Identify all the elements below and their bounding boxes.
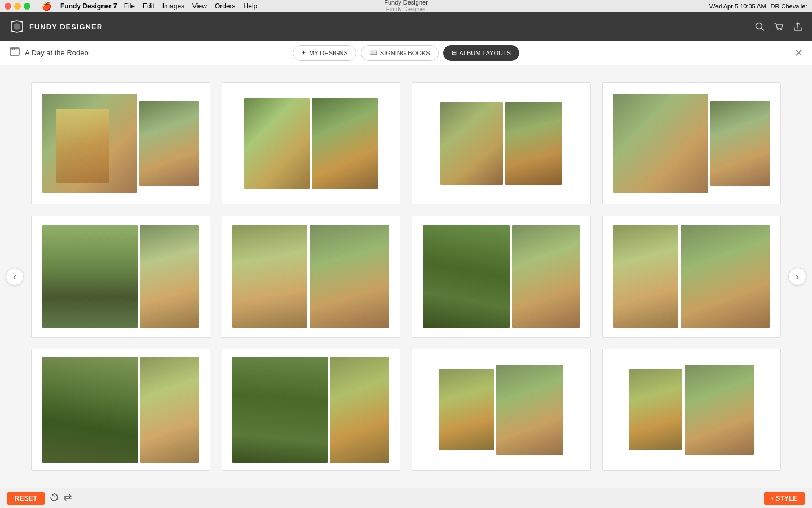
photo-right — [681, 225, 770, 328]
photo-right — [685, 365, 753, 456]
layout-inner — [629, 365, 754, 456]
menu-file[interactable]: File — [124, 2, 135, 10]
app-name: FUNDY DESIGNER — [29, 23, 103, 31]
style-label: STYLE — [775, 494, 797, 502]
photo-right — [710, 101, 770, 185]
layout-inner — [232, 357, 389, 463]
search-icon — [754, 21, 765, 32]
close-project-btn[interactable]: ✕ — [795, 47, 803, 59]
layout-card-r2c4[interactable] — [602, 216, 782, 338]
app-logo: FUNDY DESIGNER — [9, 19, 103, 34]
svg-point-2 — [777, 29, 778, 30]
layout-card-r1c1[interactable] — [31, 82, 210, 204]
rotate-icon — [50, 493, 59, 502]
photo-left — [244, 98, 310, 189]
menubar-center: Fundy Designer Fundy Designer — [384, 0, 428, 13]
bottom-bar: RESET ‹ STYLE — [0, 488, 812, 508]
photo-right — [139, 101, 198, 185]
next-page-btn[interactable]: › — [788, 268, 806, 286]
main-content: ‹ — [0, 65, 812, 488]
app-toolbar: FUNDY DESIGNER — [0, 12, 812, 41]
maximize-button[interactable] — [24, 3, 30, 10]
layout-card-r3c2[interactable] — [222, 349, 401, 471]
signing-books-btn[interactable]: 📖 SIGNING BOOKS — [361, 45, 439, 61]
toolbar-right — [754, 21, 803, 32]
layout-card-r1c2[interactable] — [222, 82, 401, 204]
minimize-button[interactable] — [14, 3, 21, 10]
layout-card-r3c1[interactable] — [31, 349, 210, 471]
photo-left — [440, 102, 502, 185]
menu-edit[interactable]: Edit — [143, 2, 155, 10]
swap-icon — [63, 493, 72, 502]
menubar: 🍎 Fundy Designer 7 File Edit Images View… — [0, 0, 812, 12]
menu-view[interactable]: View — [192, 2, 207, 10]
layout-card-r1c3[interactable] — [412, 82, 591, 204]
photo-right — [512, 225, 579, 328]
close-button[interactable] — [5, 3, 11, 10]
app-logo-icon — [9, 19, 25, 34]
swap-icon-btn[interactable] — [63, 493, 72, 503]
menu-orders[interactable]: Orders — [215, 2, 236, 10]
layout-card-r2c3[interactable] — [412, 216, 591, 338]
project-bar: A Day at the Rodeo ✦ MY DESIGNS 📖 SIGNIN… — [0, 41, 812, 65]
layout-card-r3c4[interactable] — [602, 349, 782, 471]
album-icon — [9, 46, 20, 57]
layout-card-r1c4[interactable] — [602, 82, 782, 204]
layout-inner — [232, 225, 389, 328]
photo-right — [330, 357, 389, 463]
export-icon — [793, 21, 803, 32]
style-arrow-left: ‹ — [771, 495, 773, 501]
menubar-items: File Edit Images View Orders Help — [124, 2, 258, 10]
my-designs-btn[interactable]: ✦ MY DESIGNS — [293, 45, 356, 61]
project-name: A Day at the Rodeo — [25, 49, 89, 57]
left-arrow-icon: ‹ — [13, 271, 16, 283]
window-subtitle: Fundy Designer — [386, 6, 426, 13]
photo-right — [140, 357, 198, 463]
prev-page-btn[interactable]: ‹ — [6, 268, 24, 286]
photo-left — [613, 94, 708, 192]
svg-line-1 — [761, 28, 764, 30]
signing-books-icon: 📖 — [369, 49, 377, 56]
signing-books-label: SIGNING BOOKS — [380, 50, 430, 56]
layout-inner — [439, 365, 563, 456]
photo-left — [232, 225, 307, 328]
album-layouts-icon: ⊞ — [452, 49, 457, 56]
photo-right — [312, 98, 377, 189]
menubar-left: 🍎 Fundy Designer 7 File Edit Images View… — [5, 2, 257, 11]
menubar-right: Wed Apr 5 10:35 AM DR Chevalier — [709, 3, 807, 10]
cart-icon-btn[interactable] — [774, 21, 784, 32]
apple-menu[interactable]: 🍎 — [42, 2, 51, 11]
rotate-icon-btn[interactable] — [50, 493, 59, 503]
menubar-time: Wed Apr 5 10:35 AM — [709, 3, 766, 10]
photo-left — [42, 94, 137, 192]
photo-right — [505, 102, 562, 185]
photo-right — [310, 225, 389, 328]
nav-buttons: ✦ MY DESIGNS 📖 SIGNING BOOKS ⊞ ALBUM LAY… — [293, 45, 519, 61]
menu-images[interactable]: Images — [162, 2, 184, 10]
reset-btn[interactable]: RESET — [7, 492, 45, 505]
app-menu-name[interactable]: Fundy Designer 7 — [60, 2, 117, 10]
search-icon-btn[interactable] — [754, 21, 765, 32]
layout-inner — [613, 94, 770, 192]
layout-inner — [440, 102, 562, 185]
layout-card-r2c1[interactable] — [31, 216, 210, 338]
export-icon-btn[interactable] — [793, 21, 803, 32]
photo-right — [140, 225, 198, 328]
my-designs-label: MY DESIGNS — [309, 50, 348, 56]
photo-left — [613, 225, 678, 328]
layout-card-r3c3[interactable] — [412, 349, 591, 471]
photo-left — [439, 369, 494, 450]
layout-inner — [42, 94, 199, 192]
layout-inner — [42, 357, 199, 463]
style-btn[interactable]: ‹ STYLE — [764, 492, 805, 505]
album-layouts-btn[interactable]: ⊞ ALBUM LAYOUTS — [443, 45, 520, 61]
layout-inner — [613, 225, 770, 328]
menubar-user: DR Chevalier — [771, 3, 807, 10]
project-icon — [9, 46, 20, 60]
cart-icon — [774, 21, 784, 32]
right-arrow-icon: › — [796, 271, 799, 283]
photo-left — [629, 369, 683, 450]
svg-point-3 — [780, 29, 782, 30]
layout-card-r2c2[interactable] — [222, 216, 401, 338]
menu-help[interactable]: Help — [244, 2, 258, 10]
